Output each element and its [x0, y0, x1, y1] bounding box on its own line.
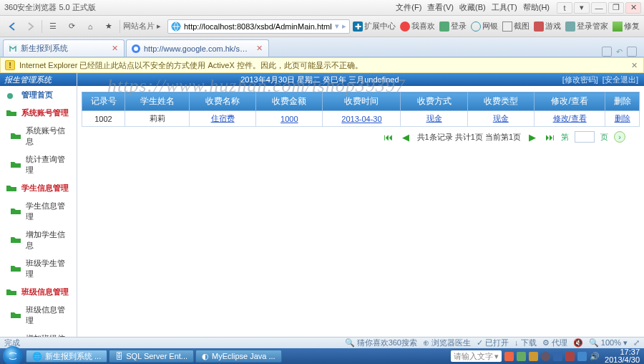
- tray-2-icon[interactable]: [529, 352, 538, 361]
- pager-info: 共1条记录 共计1页 当前第1页: [417, 132, 521, 143]
- nav-home[interactable]: 管理首页: [0, 86, 77, 104]
- infobar-close[interactable]: ✕: [629, 61, 639, 70]
- ime-input[interactable]: 请输入文字▾: [451, 350, 502, 362]
- group-student[interactable]: 学生信息管理: [0, 179, 77, 197]
- status-download[interactable]: ↓ 下载: [514, 337, 537, 348]
- item-class-student[interactable]: 班级学生管理: [0, 254, 77, 283]
- tab1-close[interactable]: ✕: [109, 44, 119, 53]
- win-t[interactable]: t: [557, 2, 572, 14]
- tab-toolbox-1[interactable]: [602, 47, 612, 57]
- item-account-info[interactable]: 系统账号信息: [0, 122, 77, 150]
- status-expand-icon[interactable]: ⤢: [633, 338, 640, 348]
- tab1-label: 新生报到系统: [21, 43, 68, 54]
- nav-forward[interactable]: [23, 19, 39, 34]
- ext-center[interactable]: ✚扩展中心: [353, 21, 396, 32]
- link-logout[interactable]: [安全退出]: [602, 75, 638, 85]
- status-zoom[interactable]: 🔍 100% ▾: [589, 338, 628, 348]
- activex-infobar[interactable]: ! Internet Explorer 已经阻止此站点以不安全的方式使用 Act…: [0, 57, 644, 73]
- pager-go[interactable]: ›: [614, 131, 625, 143]
- login-manager[interactable]: 登录管家: [565, 21, 608, 32]
- url-input[interactable]: [184, 22, 332, 31]
- task-sqlserver[interactable]: 🗄SQL Server Ent...: [109, 350, 194, 363]
- item-stat-query[interactable]: 统计查询管理: [0, 150, 77, 179]
- th-amount: 收费金额: [256, 92, 323, 111]
- status-tip[interactable]: 🔍 猜你喜欢360搜索: [345, 337, 417, 348]
- tab2-favicon: [131, 44, 141, 54]
- status-proxy[interactable]: ⚙ 代理: [542, 337, 567, 348]
- tray-4-icon[interactable]: [553, 352, 562, 361]
- eclipse-icon: ◐: [202, 352, 209, 361]
- repair[interactable]: 修复: [613, 21, 640, 32]
- nav-home-icon[interactable]: ⌂: [82, 19, 98, 34]
- leaf-icon: [10, 265, 21, 272]
- tab-toolbox-2[interactable]: [627, 47, 637, 57]
- undo-close-icon[interactable]: ↶: [616, 47, 623, 57]
- tray-3-icon[interactable]: [541, 352, 550, 361]
- tray-clock[interactable]: 17:37 2013/4/30: [602, 348, 640, 364]
- tray-sogou-icon[interactable]: [504, 352, 514, 361]
- tray-net-icon[interactable]: [577, 352, 587, 361]
- taskbar: 🌐新生报到系统 ... 🗄SQL Server Ent... ◐MyEclips…: [0, 348, 644, 364]
- pager-last-icon[interactable]: ⏭: [544, 132, 555, 143]
- status-mute-icon[interactable]: 🔇: [573, 338, 583, 348]
- screenshot[interactable]: 截图: [502, 21, 530, 32]
- th-time: 收费时间: [323, 92, 401, 111]
- nav-fav-icon[interactable]: ★: [101, 19, 117, 34]
- status-iedoctor[interactable]: ⊕ 浏览器医生: [423, 337, 471, 348]
- cell-type[interactable]: 现金: [493, 114, 509, 123]
- cell-del[interactable]: 删除: [615, 114, 630, 123]
- pager-page-input[interactable]: [575, 131, 595, 143]
- pager-next-icon[interactable]: ▶: [527, 132, 538, 143]
- menu-view[interactable]: 查看(V): [427, 2, 454, 13]
- address-box[interactable]: ▾ ▸: [167, 19, 350, 34]
- win-down[interactable]: ▾: [574, 2, 590, 14]
- item-add-student[interactable]: 增加学生信息: [0, 226, 77, 254]
- item-class-info[interactable]: 班级信息管理: [0, 301, 77, 330]
- cell-name: 莉莉: [125, 111, 190, 127]
- my-favorite[interactable]: 我喜欢: [400, 21, 435, 32]
- cell-method[interactable]: 现金: [426, 114, 442, 123]
- task-browser[interactable]: 🌐新生报到系统 ...: [26, 350, 107, 363]
- win-max[interactable]: ❐: [608, 2, 624, 14]
- tray-vol-icon[interactable]: 🔊: [590, 352, 599, 361]
- menu-file[interactable]: 文件(F): [396, 2, 421, 13]
- game[interactable]: 游戏: [534, 21, 561, 32]
- tray-5-icon[interactable]: [565, 352, 575, 361]
- win-min[interactable]: —: [591, 2, 607, 14]
- cell-edit[interactable]: 修改/查看: [553, 114, 587, 123]
- th-name: 学生姓名: [125, 92, 190, 111]
- pager-prev-icon[interactable]: ◀: [400, 132, 411, 143]
- tray-1-icon[interactable]: [517, 352, 526, 361]
- cell-feename[interactable]: 住宿费: [211, 114, 235, 123]
- item-add-class[interactable]: 增加班级信息: [0, 330, 77, 337]
- addr-label: 网站名片 ▸: [123, 21, 165, 32]
- addr-drop-icon[interactable]: ▾: [335, 21, 339, 31]
- login-btn[interactable]: 登录: [439, 21, 467, 32]
- item-student-info[interactable]: 学生信息管理: [0, 197, 77, 226]
- task-myeclipse[interactable]: ◐MyEclipse Java ...: [195, 350, 282, 363]
- nav-back[interactable]: [4, 19, 20, 34]
- menu-help[interactable]: 帮助(H): [523, 2, 550, 13]
- nav-new-icon[interactable]: ☰: [45, 19, 61, 34]
- cell-amount[interactable]: 1000: [280, 115, 298, 123]
- ie-icon: 🌐: [32, 352, 42, 361]
- status-open[interactable]: ✓ 已打开: [477, 337, 509, 348]
- tab-1[interactable]: 新生报到系统 ✕: [3, 39, 125, 57]
- pager-first-icon[interactable]: ⏮: [383, 132, 394, 143]
- net-bank[interactable]: 网银: [471, 21, 498, 32]
- cell-time[interactable]: 2013-04-30: [341, 115, 381, 123]
- group-class[interactable]: 班级信息管理: [0, 283, 77, 301]
- menu-tools[interactable]: 工具(T): [492, 2, 517, 13]
- addr-go-icon[interactable]: ▸: [342, 21, 346, 31]
- th-feename: 收费名称: [190, 92, 256, 111]
- topbar-date: 2013年4月30日 星期二 癸巳年 三月undefined: [240, 75, 399, 85]
- tab-2[interactable]: http://www.google.com.hk/sear... ✕: [126, 39, 269, 57]
- group-account[interactable]: 系统账号管理: [0, 104, 77, 122]
- link-change-password[interactable]: [修改密码]: [562, 75, 598, 85]
- tab2-label: http://www.google.com.hk/sear...: [144, 44, 252, 53]
- start-button[interactable]: [3, 346, 23, 364]
- tab2-close[interactable]: ✕: [255, 44, 264, 53]
- win-close[interactable]: ✕: [625, 2, 641, 14]
- nav-refresh-icon[interactable]: ⟳: [64, 19, 79, 34]
- menu-favorites[interactable]: 收藏(B): [459, 2, 486, 13]
